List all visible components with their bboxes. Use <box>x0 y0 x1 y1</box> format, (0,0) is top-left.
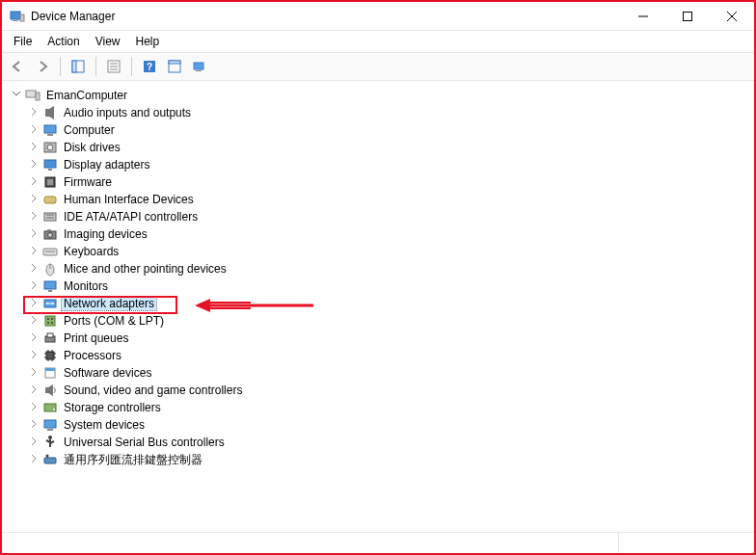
tree-item-label: 通用序列匯流排鍵盤控制器 <box>62 452 204 468</box>
firmware-icon <box>42 174 58 190</box>
close-button[interactable] <box>710 2 754 31</box>
tree-item[interactable]: Print queues <box>23 330 750 347</box>
menu-action[interactable]: Action <box>40 33 87 50</box>
mouse-icon <box>42 261 58 277</box>
tree-item-label: Storage controllers <box>62 401 163 414</box>
tree-item-label: Universal Serial Bus controllers <box>62 436 227 449</box>
toolbar-separator <box>60 57 61 76</box>
expand-icon[interactable] <box>27 315 40 327</box>
svg-rect-2 <box>20 14 24 21</box>
svg-rect-53 <box>47 333 53 337</box>
tree-item-label: Firmware <box>62 175 114 189</box>
tree-item[interactable]: Firmware <box>23 173 750 191</box>
svg-rect-36 <box>47 229 51 231</box>
menu-file[interactable]: File <box>6 33 40 50</box>
tree-item-label: Display adapters <box>62 158 151 172</box>
expand-icon[interactable] <box>27 246 40 257</box>
tree-item[interactable]: System devices <box>23 416 750 434</box>
menubar: File Action View Help <box>2 31 754 52</box>
back-button[interactable] <box>6 55 29 78</box>
tree-item[interactable]: IDE ATA/ATAPI controllers <box>23 208 750 225</box>
minimize-button[interactable] <box>621 2 665 31</box>
expand-icon[interactable] <box>27 454 40 465</box>
svg-rect-30 <box>44 197 56 203</box>
toolbar: ? <box>2 52 754 81</box>
statusbar <box>2 532 754 553</box>
tree-item[interactable]: Network adapters <box>23 295 750 312</box>
tree-item[interactable]: Audio inputs and outputs <box>23 104 750 121</box>
svg-rect-8 <box>72 61 76 72</box>
show-hide-tree-button[interactable] <box>67 55 90 78</box>
menu-help[interactable]: Help <box>128 33 168 50</box>
svg-rect-23 <box>47 134 53 136</box>
expand-icon[interactable] <box>27 367 40 379</box>
menu-view[interactable]: View <box>88 33 128 50</box>
tree-item-label: Processors <box>62 349 123 362</box>
tree-item[interactable]: Imaging devices <box>23 225 750 243</box>
expand-icon[interactable] <box>27 124 40 136</box>
disk-icon <box>42 140 58 155</box>
expand-icon[interactable] <box>27 107 40 119</box>
expand-icon[interactable] <box>27 194 40 205</box>
tree-item[interactable]: Ports (COM & LPT) <box>23 312 750 330</box>
software-icon <box>42 365 58 381</box>
svg-point-50 <box>47 322 49 324</box>
tree-item[interactable]: Computer <box>23 121 750 139</box>
imaging-icon <box>42 226 58 242</box>
tree-item[interactable]: Display adapters <box>23 156 750 173</box>
device-tree[interactable]: EmanComputer Audio inputs and outputsCom… <box>2 81 754 532</box>
expand-icon[interactable] <box>27 298 40 309</box>
svg-rect-22 <box>44 125 56 133</box>
svg-point-25 <box>47 145 53 150</box>
maximize-button[interactable] <box>665 2 710 31</box>
tree-item[interactable]: Sound, video and game controllers <box>23 382 750 399</box>
titlebar: Device Manager <box>2 2 754 31</box>
computer-icon <box>42 122 58 138</box>
expand-icon[interactable] <box>27 384 40 396</box>
tree-item-label: Human Interface Devices <box>62 193 196 206</box>
expand-icon[interactable] <box>27 419 40 431</box>
app-icon <box>10 9 25 24</box>
scan-hardware-button[interactable] <box>163 55 186 78</box>
window-title: Device Manager <box>31 10 621 23</box>
tree-root[interactable]: EmanComputer <box>6 87 750 104</box>
svg-rect-19 <box>26 91 36 97</box>
sound-icon <box>42 383 58 398</box>
expand-icon[interactable] <box>27 350 40 361</box>
expand-icon[interactable] <box>27 332 40 344</box>
tree-item[interactable]: Monitors <box>23 278 750 295</box>
expand-icon[interactable] <box>27 263 40 275</box>
expand-icon[interactable] <box>27 159 40 171</box>
tree-item-label: Print queues <box>62 331 130 345</box>
expand-icon[interactable] <box>27 142 40 153</box>
expand-icon[interactable] <box>27 228 40 240</box>
expand-icon[interactable] <box>27 280 40 292</box>
tree-item[interactable]: Processors <box>23 347 750 364</box>
audio-icon <box>42 105 58 120</box>
tree-item[interactable]: 通用序列匯流排鍵盤控制器 <box>23 451 750 468</box>
tree-item[interactable]: Disk drives <box>23 139 750 156</box>
expand-icon[interactable] <box>27 176 40 188</box>
svg-rect-27 <box>48 169 52 171</box>
help-button[interactable]: ? <box>138 55 161 78</box>
expand-icon[interactable] <box>27 402 40 413</box>
computer-icon <box>25 88 40 103</box>
tree-item[interactable]: Software devices <box>23 364 750 382</box>
tree-item[interactable]: Mice and other pointing devices <box>23 260 750 278</box>
tree-item[interactable]: Human Interface Devices <box>23 191 750 208</box>
expand-icon[interactable] <box>27 211 40 223</box>
properties-button[interactable] <box>102 55 125 78</box>
tree-item[interactable]: Storage controllers <box>23 399 750 416</box>
collapse-icon[interactable] <box>10 90 23 101</box>
system-icon <box>42 417 58 433</box>
devices-button[interactable] <box>188 55 211 78</box>
svg-point-35 <box>48 233 53 238</box>
svg-rect-47 <box>45 316 55 326</box>
forward-button[interactable] <box>31 55 54 78</box>
expand-icon[interactable] <box>27 436 40 448</box>
print-icon <box>42 330 58 346</box>
tree-item[interactable]: Keyboards <box>23 243 750 260</box>
tree-item-label: Monitors <box>62 279 110 293</box>
tree-item[interactable]: Universal Serial Bus controllers <box>23 434 750 451</box>
svg-rect-26 <box>44 160 56 168</box>
